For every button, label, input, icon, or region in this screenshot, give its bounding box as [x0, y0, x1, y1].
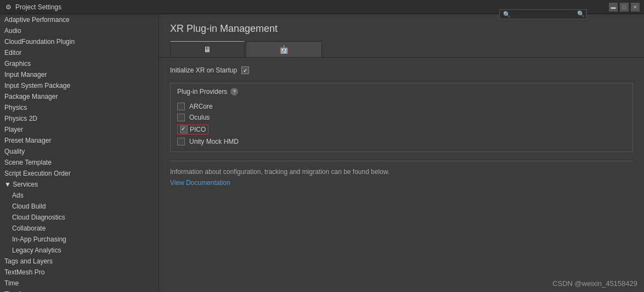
checkbox-arcore[interactable] [177, 103, 185, 110]
help-icon[interactable]: ? [230, 88, 238, 96]
tab-desktop[interactable]: 🖥 [170, 41, 245, 57]
sidebar-item-input-system-package[interactable]: Input System Package [0, 80, 159, 91]
sidebar-item-player[interactable]: Player [0, 124, 159, 135]
sidebar-item-timeline[interactable]: Timeline [0, 289, 159, 292]
init-xr-label: Initialize XR on Startup [170, 66, 237, 74]
sidebar-item-preset-manager[interactable]: Preset Manager [0, 135, 159, 146]
sidebar-item-collaborate[interactable]: Collaborate [0, 223, 159, 234]
sidebar-item-input-manager[interactable]: Input Manager [0, 69, 159, 80]
info-section: Information about configuration, trackin… [170, 161, 633, 187]
content-area: XR Plug-in Management 🖥 🤖 Initialize XR … [159, 14, 644, 292]
title-bar-text: Project Settings [15, 3, 61, 11]
provider-label-unity-mock-hmd: Unity Mock HMD [189, 138, 239, 145]
provider-label-oculus: Oculus [189, 114, 210, 121]
provider-item-pico: PICO [177, 123, 626, 136]
providers-list: ARCore Oculus PICO Unity Mock HMD [177, 101, 626, 147]
sidebar-item-services[interactable]: ▼ Services [0, 179, 159, 190]
title-bar-controls: ▬ □ ✕ [609, 3, 640, 12]
sidebar-item-physics-2d[interactable]: Physics 2D [0, 113, 159, 124]
view-docs-link[interactable]: View Documentation [170, 179, 230, 187]
sidebar-item-ads[interactable]: Ads [0, 190, 159, 201]
sidebar-item-editor[interactable]: Editor [0, 47, 159, 58]
close-button[interactable]: ✕ [631, 3, 640, 12]
watermark: CSDN @weixin_45158429 [552, 279, 637, 288]
sidebar-item-cloud-diagnostics[interactable]: Cloud Diagnostics [0, 212, 159, 223]
title-bar: ⚙ Project Settings 🔍 ▬ □ ✕ [0, 0, 644, 14]
providers-section: Plug-in Providers ? ARCore Oculus PICO U… [170, 83, 633, 152]
info-text: Information about configuration, trackin… [170, 168, 633, 176]
checkbox-unity-mock-hmd[interactable] [177, 138, 185, 145]
providers-label: Plug-in Providers [177, 88, 227, 96]
init-xr-checkbox[interactable] [241, 66, 249, 74]
settings-icon: ⚙ [4, 3, 12, 11]
search-container: 🔍 [499, 9, 587, 19]
android-icon: 🤖 [279, 45, 289, 54]
provider-label-pico: PICO [190, 126, 206, 133]
sidebar-item-tags-and-layers[interactable]: Tags and Layers [0, 256, 159, 267]
sidebar: Adaptive PerformanceAudioCloudFoundation… [0, 14, 159, 292]
pico-highlight: PICO [177, 125, 208, 134]
sidebar-item-in-app-purchasing[interactable]: In-App Purchasing [0, 234, 159, 245]
checkbox-oculus[interactable] [177, 114, 185, 121]
sidebar-item-script-execution-order[interactable]: Script Execution Order [0, 168, 159, 179]
providers-header: Plug-in Providers ? [177, 88, 626, 96]
sidebar-item-cloud-build[interactable]: Cloud Build [0, 201, 159, 212]
provider-item-arcore: ARCore [177, 101, 626, 112]
tab-bar: 🖥 🤖 [159, 41, 644, 58]
tab-android[interactable]: 🤖 [246, 41, 322, 57]
sidebar-item-graphics[interactable]: Graphics [0, 58, 159, 69]
init-xr-row: Initialize XR on Startup [170, 66, 633, 74]
checkbox-pico[interactable] [180, 126, 188, 133]
sidebar-item-physics[interactable]: Physics [0, 102, 159, 113]
main-layout: Adaptive PerformanceAudioCloudFoundation… [0, 14, 644, 292]
maximize-button[interactable]: □ [620, 3, 629, 12]
sidebar-item-scene-template[interactable]: Scene Template [0, 157, 159, 168]
search-input[interactable] [499, 9, 587, 19]
provider-item-unity-mock-hmd: Unity Mock HMD [177, 136, 626, 147]
sidebar-item-time[interactable]: Time [0, 278, 159, 289]
sidebar-item-textmesh-pro[interactable]: TextMesh Pro [0, 267, 159, 278]
sidebar-item-audio[interactable]: Audio [0, 25, 159, 36]
sidebar-item-cloud-foundation-plugin[interactable]: CloudFoundation Plugin [0, 36, 159, 47]
desktop-icon: 🖥 [204, 45, 211, 54]
sidebar-item-quality[interactable]: Quality [0, 146, 159, 157]
sidebar-item-adaptive-performance[interactable]: Adaptive Performance [0, 14, 159, 25]
provider-label-arcore: ARCore [189, 103, 213, 110]
minimize-button[interactable]: ▬ [609, 3, 618, 12]
sidebar-item-package-manager[interactable]: Package Manager [0, 91, 159, 102]
page-title: XR Plug-in Management [170, 23, 633, 35]
search-icon: 🔍 [577, 10, 585, 18]
provider-item-oculus: Oculus [177, 112, 626, 123]
content-body: Initialize XR on Startup Plug-in Provide… [159, 58, 644, 195]
sidebar-item-legacy-analytics[interactable]: Legacy Analytics [0, 245, 159, 256]
